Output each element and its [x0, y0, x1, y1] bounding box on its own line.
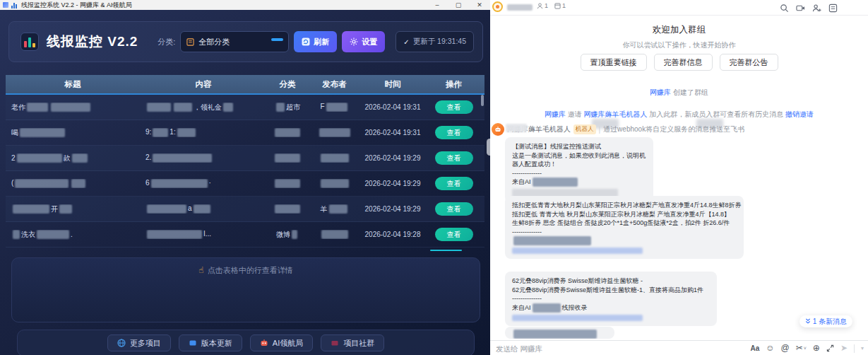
- text-fragment: 6: [145, 179, 150, 187]
- minimize-button[interactable]: –: [427, 0, 448, 10]
- text-format-icon[interactable]: Aa: [750, 343, 759, 354]
- table-scrollbar[interactable]: [481, 95, 484, 106]
- group-owner-link[interactable]: 网赚库: [650, 88, 671, 96]
- text-fragment: 喝: [11, 129, 18, 136]
- redacted-text: [513, 330, 597, 339]
- welcome-action-button[interactable]: 完善群公告: [720, 54, 778, 71]
- robot-icon: [260, 339, 268, 347]
- bot-description: 通过webhook将自定义服务的消息推送至飞书: [603, 124, 744, 134]
- table-row[interactable]: 开a羊2026-02-04 19:29查看: [6, 197, 484, 222]
- message-bubble: 抵扣更低青青大地秋月梨山东莱阳正宗秋月冰糖梨产地直发净重4斤14.8生鲜8折券抵…: [505, 196, 744, 259]
- system-message-invite: 网赚库 邀请 网赚库薅羊毛机器人 加入此群，新成员入群可查看所有历史消息 撤销邀…: [490, 110, 868, 120]
- more-icon[interactable]: [828, 3, 838, 12]
- maximize-button[interactable]: ▢: [448, 0, 469, 10]
- view-button[interactable]: 查看: [435, 100, 473, 114]
- close-button[interactable]: ✕: [469, 0, 490, 10]
- search-icon[interactable]: [780, 3, 789, 12]
- mention-icon[interactable]: @: [781, 343, 790, 354]
- chevrons-down-icon: [805, 318, 811, 325]
- text-fragment: 1:: [170, 128, 175, 136]
- version-icon: [189, 339, 197, 347]
- text-fragment: 2.: [145, 153, 151, 161]
- footer-button-globe[interactable]: 更多项目: [107, 334, 171, 351]
- table-header: 标题内容分类发布者时间操作: [6, 75, 484, 95]
- footer-button-community[interactable]: 项目社群: [321, 334, 384, 351]
- text-fragment: --------------: [512, 170, 542, 177]
- redacted-text: [153, 153, 212, 163]
- bot-avatar[interactable]: [492, 123, 504, 136]
- redacted-text: [321, 230, 348, 239]
- add-member-icon[interactable]: [812, 3, 821, 12]
- redacted-text: [13, 204, 49, 214]
- expand-icon[interactable]: [826, 344, 834, 352]
- redacted-text: [147, 103, 171, 112]
- message-line: 来自AI: [512, 178, 646, 187]
- inviter-link[interactable]: 网赚库: [545, 110, 566, 118]
- row-time: 2026-02-04 19:28: [361, 231, 424, 238]
- redacted-text: [27, 103, 48, 112]
- tab-icon: [554, 3, 561, 9]
- column-header: 内容: [140, 79, 267, 90]
- pinned-count[interactable]: 1: [554, 2, 566, 9]
- message-bubble: 【测试消息】线报监控推送测试这是一条测试消息，如果您收到此消息，说明机器人配置成…: [505, 137, 653, 203]
- view-button[interactable]: 查看: [435, 151, 473, 165]
- row-time: 2026-02-04 19:29: [361, 154, 424, 162]
- message-bubble: [505, 327, 614, 339]
- revoke-invite-link[interactable]: 撤销邀请: [785, 110, 814, 118]
- row-cell: ，领礼金: [140, 103, 267, 112]
- redacted-text: [319, 128, 350, 137]
- text-fragment: .: [71, 231, 73, 238]
- text-fragment: F: [320, 103, 324, 110]
- new-message-badge[interactable]: 1 条新消息: [799, 315, 852, 327]
- add-attachment-icon[interactable]: ⊕: [813, 343, 820, 354]
- redacted-text: [276, 103, 285, 112]
- view-button[interactable]: 查看: [435, 177, 473, 190]
- dropdown-caret-icon[interactable]: ˅: [804, 343, 807, 354]
- panel-drag-handle[interactable]: [487, 139, 490, 156]
- row-cell: [308, 128, 361, 137]
- category-select[interactable]: 全部分类: [180, 31, 289, 52]
- horizontal-scroll-indicator[interactable]: [430, 250, 462, 251]
- row-cell: 羊: [308, 204, 361, 214]
- send-icon[interactable]: ➤: [840, 343, 848, 354]
- text-fragment: (: [11, 179, 13, 187]
- redacted-text: [20, 128, 65, 137]
- settings-button[interactable]: 设置: [342, 31, 385, 52]
- welcome-action-button[interactable]: 完善群信息: [654, 54, 713, 71]
- invitee-link[interactable]: 网赚库薅羊毛机器人: [584, 110, 648, 118]
- group-name-redacted: [507, 4, 533, 11]
- emoji-icon[interactable]: ☺: [766, 343, 774, 354]
- redacted-text: [329, 204, 347, 214]
- redacted-text: [275, 204, 300, 214]
- member-count[interactable]: 1: [537, 2, 548, 9]
- group-avatar[interactable]: [492, 1, 503, 12]
- view-button[interactable]: 查看: [435, 126, 473, 139]
- refresh-button[interactable]: 刷新: [294, 31, 337, 52]
- text-fragment: --------------: [512, 295, 542, 302]
- footer-toolbar: 更多项目版本更新AI领航局项目社群: [17, 330, 475, 355]
- welcome-action-button[interactable]: 置顶重要链接: [581, 54, 647, 71]
- row-cell: [267, 128, 308, 137]
- welcome-subtitle: 你可以尝试以下操作，快速开始协作: [490, 40, 868, 50]
- footer-button-robot[interactable]: AI领航局: [250, 334, 313, 351]
- view-button[interactable]: 查看: [435, 202, 473, 216]
- table-row[interactable]: 喝9:1:2026-02-04 19:31查看: [6, 120, 484, 146]
- table-row[interactable]: 2款2.2026-02-04 19:29查看: [6, 146, 484, 171]
- column-header: 标题: [6, 79, 140, 90]
- column-header: 操作: [424, 79, 483, 90]
- row-action: 查看: [424, 202, 483, 216]
- send-options-caret-icon[interactable]: ▾: [861, 343, 864, 354]
- video-call-icon[interactable]: [796, 3, 805, 12]
- gear-icon: [350, 37, 358, 46]
- text-fragment: 【测试消息】线报监控推送测试: [512, 143, 601, 150]
- text-fragment: 来自AI: [512, 304, 531, 311]
- screenshot-icon[interactable]: ✂˅: [796, 343, 807, 354]
- table-row[interactable]: 洗衣.I...微博2026-02-04 19:28查看: [6, 222, 484, 248]
- column-header: 时间: [361, 79, 424, 90]
- table-row[interactable]: (6·2026-02-04 19:29查看: [6, 171, 484, 197]
- footer-button-version[interactable]: 版本更新: [179, 334, 242, 351]
- table-row[interactable]: 老作，领礼金超市F2026-02-04 19:31查看: [6, 95, 484, 120]
- text-fragment: ，领礼金: [194, 103, 222, 111]
- composer-input[interactable]: 发送给 网赚库: [496, 344, 542, 354]
- view-button[interactable]: 查看: [435, 228, 473, 241]
